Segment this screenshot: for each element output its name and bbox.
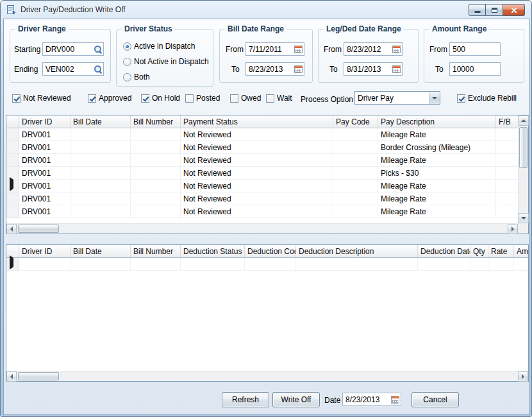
process-option-dropdown-button[interactable] <box>429 92 440 104</box>
column-header-payment-status[interactable]: Payment Status <box>181 115 333 128</box>
checkbox-approved[interactable]: Approved <box>88 94 131 103</box>
table-row[interactable]: DRV001 Not Reviewed Mileage Rate <box>6 154 518 167</box>
scroll-up-button[interactable] <box>519 115 529 126</box>
cell-bill-date[interactable] <box>71 167 131 180</box>
scroll-track[interactable] <box>17 371 518 381</box>
cell-pay-description[interactable]: Mileage Rate <box>378 180 496 192</box>
cell-empty[interactable] <box>296 258 418 271</box>
checkbox-not-reviewed[interactable]: Not Reviewed <box>12 94 71 103</box>
scroll-thumb[interactable] <box>18 372 59 380</box>
row-selector-cell[interactable] <box>6 205 19 218</box>
cell-bill-date[interactable] <box>71 205 131 218</box>
cell-bill-number[interactable] <box>131 128 181 141</box>
title-bar[interactable]: Driver Pay/Deduction Write Off <box>1 1 531 19</box>
cell-pay-description[interactable]: Picks - $30 <box>378 167 496 180</box>
scroll-track[interactable] <box>519 126 528 213</box>
bill-date-to-field[interactable] <box>245 62 304 76</box>
cell-fb[interactable] <box>496 167 518 180</box>
cell-pay-code[interactable] <box>333 192 378 205</box>
column-header-bill-date[interactable]: Bill Date <box>71 115 131 128</box>
leg-ded-from-calendar-button[interactable] <box>391 43 402 55</box>
cell-fb[interactable] <box>496 205 518 218</box>
cell-empty[interactable] <box>470 258 488 271</box>
column-header-bill-number[interactable]: Bill Number <box>131 245 181 257</box>
minimize-button[interactable] <box>469 4 486 16</box>
cell-pay-description[interactable]: Mileage Rate <box>378 128 496 141</box>
table-row-current-empty[interactable] <box>6 258 528 271</box>
column-header-amount[interactable]: Amount <box>514 245 528 257</box>
cell-driver-id[interactable]: DRV001 <box>19 192 71 205</box>
table-row[interactable]: DRV001 Not Reviewed Mileage Rate <box>6 205 518 218</box>
cell-fb[interactable] <box>496 141 518 154</box>
cell-bill-date[interactable] <box>71 141 131 154</box>
cell-pay-code[interactable] <box>333 128 378 141</box>
column-header-bill-date[interactable]: Bill Date <box>71 245 131 257</box>
cell-driver-id[interactable]: DRV001 <box>19 205 71 218</box>
column-header-bill-number[interactable]: Bill Number <box>131 115 181 128</box>
cell-payment-status[interactable]: Not Reviewed <box>181 167 333 180</box>
row-selector-cell[interactable] <box>6 154 19 167</box>
checkbox-posted[interactable]: Posted <box>185 94 220 103</box>
cell-empty[interactable] <box>488 258 514 271</box>
cell-empty[interactable] <box>245 258 296 271</box>
write-off-button[interactable]: Write Off <box>272 392 320 407</box>
row-selector-cell[interactable] <box>6 180 19 192</box>
leg-ded-to-field[interactable] <box>344 62 403 76</box>
cell-empty[interactable] <box>19 258 71 271</box>
cell-bill-number[interactable] <box>131 167 181 180</box>
cell-payment-status[interactable]: Not Reviewed <box>181 154 333 167</box>
scroll-track[interactable] <box>17 224 508 234</box>
cell-empty[interactable] <box>131 258 181 271</box>
cell-fb[interactable] <box>496 128 518 141</box>
scroll-thumb[interactable] <box>519 127 528 168</box>
checkbox-wait[interactable]: Wait <box>266 94 292 103</box>
table-row[interactable]: DRV001 Not Reviewed Mileage Rate <box>6 192 518 205</box>
scroll-right-button[interactable] <box>518 371 528 382</box>
leg-ded-from-field[interactable] <box>344 42 403 56</box>
cell-bill-number[interactable] <box>131 192 181 205</box>
cell-bill-date[interactable] <box>71 128 131 141</box>
column-header-rate[interactable]: Rate <box>488 245 514 257</box>
cell-bill-number[interactable] <box>131 141 181 154</box>
cell-payment-status[interactable]: Not Reviewed <box>181 128 333 141</box>
scroll-down-button[interactable] <box>519 213 529 223</box>
cell-pay-description[interactable]: Mileage Rate <box>378 205 496 218</box>
cell-driver-id[interactable]: DRV001 <box>19 167 71 180</box>
deduction-grid-horizontal-scrollbar[interactable] <box>6 371 528 381</box>
row-selector-cell[interactable] <box>6 128 19 141</box>
cell-bill-number[interactable] <box>131 154 181 167</box>
amount-to-field[interactable] <box>449 62 501 76</box>
table-row-current[interactable]: DRV001 Not Reviewed Mileage Rate <box>6 180 518 192</box>
scroll-left-button[interactable] <box>6 224 17 234</box>
write-off-date-input[interactable] <box>343 395 390 404</box>
cell-bill-number[interactable] <box>131 205 181 218</box>
scroll-left-button[interactable] <box>6 371 17 382</box>
cell-payment-status[interactable]: Not Reviewed <box>181 192 333 205</box>
refresh-button[interactable]: Refresh <box>222 392 269 407</box>
cell-payment-status[interactable]: Not Reviewed <box>181 180 333 192</box>
column-header-fb[interactable]: F/B <box>496 115 518 128</box>
scroll-thumb[interactable] <box>18 225 59 233</box>
cell-empty[interactable] <box>418 258 470 271</box>
cell-fb[interactable] <box>496 192 518 205</box>
cell-fb[interactable] <box>496 180 518 192</box>
radio-not-active-in-dispatch[interactable]: Not Active in Dispatch <box>123 57 209 66</box>
column-header-pay-code[interactable]: Pay Code <box>333 115 378 128</box>
cell-bill-date[interactable] <box>71 192 131 205</box>
pay-grid-vertical-scrollbar[interactable] <box>518 115 528 223</box>
bill-date-to-input[interactable] <box>246 65 293 74</box>
cell-pay-description[interactable]: Mileage Rate <box>378 192 496 205</box>
column-header-driver-id[interactable]: Driver ID <box>19 115 71 128</box>
row-selector-cell[interactable] <box>6 258 19 271</box>
radio-both[interactable]: Both <box>123 72 150 81</box>
row-selector-cell[interactable] <box>6 141 19 154</box>
ending-driver-input[interactable] <box>43 65 92 74</box>
ending-driver-lookup-button[interactable] <box>92 63 103 75</box>
starting-driver-lookup-button[interactable] <box>92 43 103 55</box>
cell-pay-description[interactable]: Border Crossing (Mileage) <box>378 141 496 154</box>
cell-payment-status[interactable]: Not Reviewed <box>181 205 333 218</box>
cell-payment-status[interactable]: Not Reviewed <box>181 141 333 154</box>
cell-pay-code[interactable] <box>333 180 378 192</box>
ending-driver-field[interactable] <box>42 62 104 76</box>
leg-ded-from-input[interactable] <box>344 45 391 54</box>
